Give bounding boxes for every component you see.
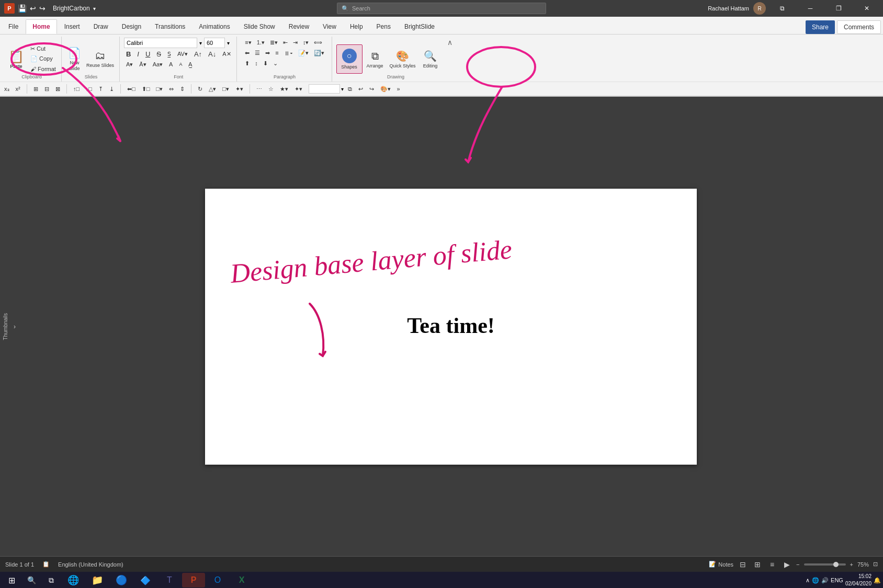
underline-button[interactable]: U — [143, 49, 152, 59]
format-painter-button[interactable]: 🖌 Format — [28, 65, 58, 74]
color-pick[interactable]: 🎨▾ — [378, 84, 393, 94]
comments-button[interactable]: Comments — [837, 20, 881, 34]
paragraph-expand[interactable]: ⌄ — [271, 59, 280, 68]
shadow-button[interactable]: S̲ — [165, 49, 173, 59]
tab-animations[interactable]: Animations — [193, 19, 236, 34]
tab-file[interactable]: File — [2, 19, 25, 34]
slideshow-button[interactable]: ▶ — [782, 559, 792, 570]
distribute-h[interactable]: ⇔ — [167, 84, 176, 94]
clearformatting-button[interactable]: A✕ — [220, 49, 233, 59]
align-right-button[interactable]: ➡ — [263, 48, 272, 57]
tab-pens[interactable]: Pens — [370, 19, 397, 34]
tab-brightslide[interactable]: BrightSlide — [398, 19, 441, 34]
taskbar-app3[interactable]: 🔷 — [134, 573, 157, 587]
font-size-a-large[interactable]: A — [167, 60, 175, 69]
bold-button[interactable]: B — [124, 49, 133, 59]
valign-bottom-button[interactable]: ⬇ — [261, 59, 270, 68]
cut-button[interactable]: ✂ Cut — [28, 44, 58, 53]
undo-format[interactable]: ↩ — [356, 84, 365, 94]
shape-type[interactable]: ☆ — [266, 84, 276, 94]
rotate-button[interactable]: ↻ — [196, 84, 205, 94]
bring-front[interactable]: ⤒ — [96, 84, 105, 94]
fill-dropdown[interactable]: ▾ — [341, 86, 344, 92]
copy-button[interactable]: 📄 Copy — [28, 54, 58, 63]
reading-view-button[interactable]: ≡ — [767, 559, 777, 570]
zoom-in-button[interactable]: + — [850, 561, 853, 568]
tab-home[interactable]: Home — [26, 19, 56, 34]
taskbar-edge[interactable]: 🌐 — [62, 573, 85, 587]
align-left-button[interactable]: ⬅ — [243, 48, 252, 57]
quick-access-save[interactable]: 💾 — [18, 4, 27, 13]
subscript-format[interactable]: x₂ — [2, 84, 12, 94]
align-center-button[interactable]: ☰ — [253, 48, 262, 57]
taskbar-search[interactable]: 🔍 — [22, 573, 41, 587]
fontspacing-button[interactable]: AV▾ — [175, 49, 190, 59]
regroup-button[interactable]: ⊠ — [53, 84, 62, 94]
arrange-button[interactable]: ⧉ Arrange — [364, 44, 387, 74]
taskbar-powerpoint[interactable]: P — [182, 573, 205, 587]
ribbon-collapse-button[interactable]: ∧ — [444, 38, 456, 47]
font-size-a-small[interactable]: A — [177, 60, 184, 69]
tab-help[interactable]: Help — [344, 19, 369, 34]
distribute-v[interactable]: ⇕ — [178, 84, 187, 94]
tab-insert[interactable]: Insert — [58, 19, 86, 34]
indent-increase-button[interactable]: ⇥ — [291, 38, 300, 47]
thumbnails-toggle[interactable]: Thumbnails — [3, 313, 8, 340]
bring-forward[interactable]: ↑□ — [71, 84, 82, 94]
screen-mode[interactable]: ⧉ — [346, 84, 354, 94]
shape-fill[interactable]: △▾ — [207, 84, 218, 94]
tab-transitions[interactable]: Transitions — [149, 19, 191, 34]
send-back[interactable]: ↓□ — [84, 84, 94, 94]
shapes-button[interactable]: ○ Shapes — [336, 44, 363, 74]
decrease-fontsize[interactable]: A↓ — [206, 49, 218, 59]
increase-fontsize[interactable]: A↑ — [192, 49, 204, 59]
zoom-level[interactable]: 75% — [857, 561, 869, 568]
editing-button[interactable]: 🔍 Editing — [419, 44, 442, 74]
send-back2[interactable]: ⤓ — [107, 84, 116, 94]
tab-view[interactable]: View — [316, 19, 343, 34]
align-justify-button[interactable]: ≡ — [273, 48, 280, 57]
normal-view-button[interactable]: ⊟ — [738, 559, 748, 570]
taskview-button[interactable]: ⧉ — [42, 573, 61, 587]
numbered-list-button[interactable]: 1.▾ — [255, 38, 267, 47]
tab-draw[interactable]: Draw — [87, 19, 115, 34]
taskbar-teams[interactable]: T — [158, 573, 181, 587]
align-h-right[interactable]: □▾ — [154, 84, 165, 94]
paste-button[interactable]: 📋 Paste — [5, 44, 27, 74]
panel-expand-arrow[interactable]: › — [10, 97, 19, 556]
notifications-button[interactable]: 🔔 — [874, 577, 881, 584]
highlight-color-button[interactable]: Ā▾ — [137, 60, 148, 69]
redo-format[interactable]: ↪ — [367, 84, 376, 94]
superscript-format[interactable]: x² — [14, 84, 22, 94]
more-format[interactable]: » — [395, 84, 402, 94]
star-shapes2[interactable]: ✦▾ — [292, 84, 304, 94]
notes-spelling-icon[interactable]: 📋 — [42, 561, 50, 568]
quick-access-redo[interactable]: ↪ — [39, 4, 46, 13]
font-size-dropdown[interactable]: ▾ — [227, 40, 230, 46]
taskbar-chrome[interactable]: 🔵 — [110, 573, 133, 587]
italic-button[interactable]: I — [135, 49, 141, 59]
quick-styles-button[interactable]: 🎨 Quick Styles — [388, 44, 418, 74]
close-button[interactable]: ✕ — [855, 0, 879, 17]
text-direction-button[interactable]: ⟺ — [312, 38, 324, 47]
window-restore-mode[interactable]: ⧉ — [770, 0, 794, 17]
taskbar-excel[interactable]: X — [230, 573, 253, 587]
taskbar-network[interactable]: 🌐 — [812, 577, 819, 584]
valign-middle-button[interactable]: ↕ — [253, 59, 260, 68]
user-avatar[interactable]: R — [753, 2, 766, 15]
bullet-list-button[interactable]: ≡▾ — [243, 38, 253, 47]
font-name-input[interactable] — [124, 38, 197, 48]
taskbar-volume[interactable]: 🔊 — [821, 577, 829, 584]
tab-slideshow[interactable]: Slide Show — [237, 19, 281, 34]
align-h-left[interactable]: ⬅□ — [125, 84, 138, 94]
notes-button[interactable]: 📝 Notes — [709, 561, 733, 568]
ungroup-button[interactable]: ⊟ — [42, 84, 51, 94]
subscript-button[interactable]: A̲ — [186, 60, 195, 69]
font-case-button[interactable]: Aa▾ — [151, 60, 165, 69]
tab-design[interactable]: Design — [116, 19, 148, 34]
new-slide-button[interactable]: 📄 NewSlide — [66, 44, 83, 74]
minimize-button[interactable]: ─ — [798, 0, 822, 17]
zoom-out-button[interactable]: − — [796, 561, 799, 568]
search-bar[interactable]: 🔍 Search — [337, 3, 546, 14]
reuse-slides-button[interactable]: 🗂 Reuse Slides — [84, 44, 116, 74]
